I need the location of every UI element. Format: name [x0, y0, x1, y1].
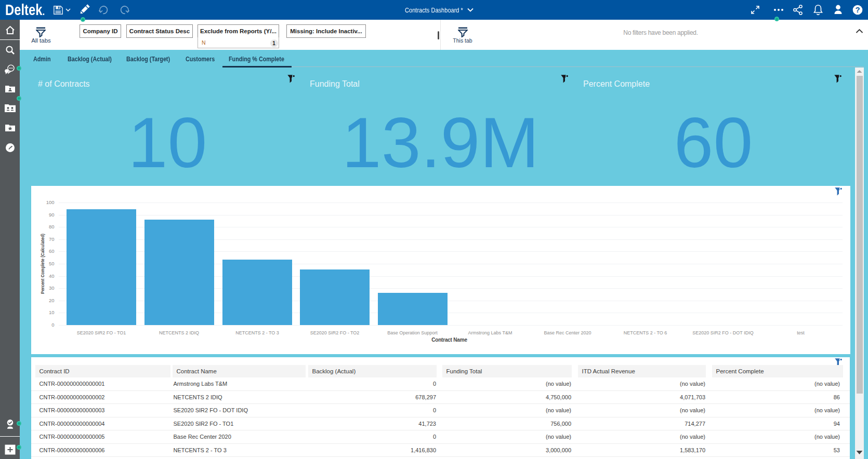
svg-text:?: ? — [855, 5, 860, 14]
